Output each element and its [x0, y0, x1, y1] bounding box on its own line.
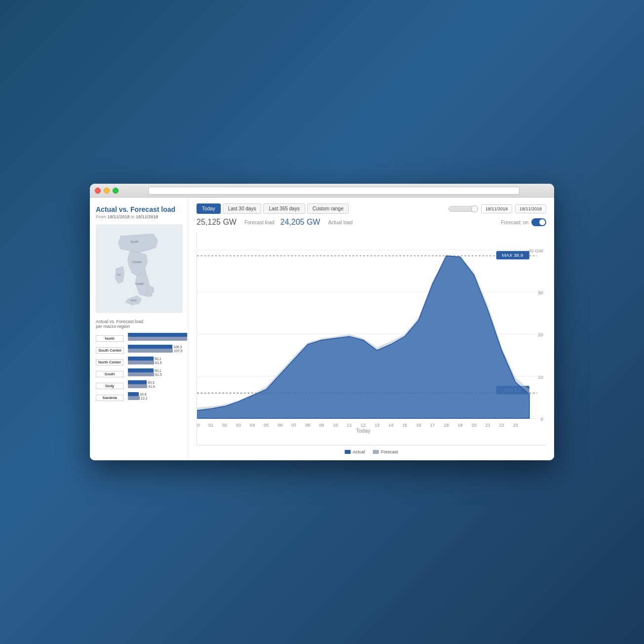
- actual-val-3: 60.1: [155, 369, 161, 372]
- toggle-thumb: [539, 219, 545, 225]
- minimize-button[interactable]: [104, 188, 110, 194]
- svg-text:40 GW: 40 GW: [528, 248, 544, 253]
- region-label-2: North Center: [96, 359, 123, 365]
- actual-val-2: 60.1: [155, 357, 161, 361]
- forecast-bar-5: [128, 396, 140, 400]
- legend-actual-dot: [345, 450, 351, 454]
- svg-text:06: 06: [278, 423, 282, 428]
- sidebar-title: Actual vs. Forecast load: [96, 205, 182, 213]
- slider-thumb[interactable]: [471, 205, 478, 212]
- sidebar: Actual vs. Forecast load From 18/11/2018…: [90, 198, 189, 460]
- svg-text:21: 21: [485, 423, 490, 428]
- region-bar-sardinia: Sardinia 20.8 22.1: [96, 392, 182, 401]
- actual-area: [197, 256, 529, 418]
- svg-text:19: 19: [458, 423, 463, 428]
- forecast-bar-row-4: 41.8: [128, 384, 182, 388]
- forecast-val-4: 41.8: [148, 385, 155, 388]
- range-slider[interactable]: [448, 206, 478, 212]
- actual-val-1: 106.3: [173, 345, 182, 349]
- forecast-bar-row-5: 22.1: [128, 396, 182, 400]
- legend-actual: Actual: [345, 449, 365, 454]
- svg-text:10: 10: [333, 423, 338, 428]
- content-area: Actual vs. Forecast load From 18/11/2018…: [90, 198, 554, 460]
- forecast-bar-row-1: 107.5: [128, 349, 183, 353]
- chart-legend: Actual Forecast: [197, 449, 546, 454]
- tab-buttons: TodayLast 30 daysLast 365 daysCustom ran…: [197, 203, 349, 214]
- close-button[interactable]: [95, 188, 101, 194]
- legend-forecast: Forecast: [373, 449, 398, 454]
- forecast-bar-1: [128, 349, 173, 353]
- actual-bar-4: [128, 380, 147, 384]
- actual-bar-row-5: 20.8: [128, 392, 182, 396]
- address-bar[interactable]: [148, 187, 520, 195]
- region-label-0: North: [96, 335, 123, 342]
- region-label-1: South Center: [96, 347, 124, 354]
- forecast-val-2: 61.5: [155, 361, 162, 364]
- actual-value: 24,205 GW: [281, 218, 321, 227]
- actual-bar-row-3: 60.1: [128, 368, 182, 372]
- forecast-bar-2: [128, 361, 154, 364]
- svg-text:11: 11: [347, 423, 352, 428]
- legend-forecast-dot: [373, 450, 379, 454]
- actual-val-5: 20.8: [140, 393, 147, 396]
- svg-text:20: 20: [538, 332, 543, 337]
- maximize-button[interactable]: [113, 188, 119, 194]
- svg-text:30: 30: [538, 290, 543, 295]
- svg-text:10: 10: [538, 374, 543, 380]
- tab-today[interactable]: Today: [197, 203, 221, 214]
- actual-bar-2: [128, 357, 154, 361]
- svg-text:13: 13: [374, 423, 379, 428]
- svg-text:23: 23: [513, 423, 518, 428]
- italy-map-svg: North Center South Sicily Sar.: [110, 227, 169, 311]
- svg-text:Center: Center: [132, 260, 142, 264]
- app-window: Actual vs. Forecast load From 18/11/2018…: [90, 184, 554, 460]
- svg-text:South: South: [135, 282, 144, 285]
- italy-map: North Center South Sicily Sar.: [96, 224, 183, 313]
- svg-text:18: 18: [444, 423, 449, 428]
- date-range-slider: 18/11/2018 18/11/2018: [351, 204, 546, 213]
- region-section-label: Actual vs. Forecast loadper macro-region: [96, 319, 182, 329]
- region-bar-north-center: North Center 60.1 61.5: [96, 357, 182, 365]
- date-end-box[interactable]: 18/11/2018: [515, 204, 546, 213]
- region-label-4: Sicily: [96, 383, 123, 389]
- svg-text:17: 17: [430, 423, 435, 428]
- forecast-bar-row-0: 352.9: [128, 337, 189, 341]
- actual-bar-row-4: 40.3: [128, 380, 182, 384]
- svg-text:04: 04: [250, 423, 255, 428]
- forecast-bar-row-3: 61.5: [128, 372, 182, 376]
- forecast-val-1: 107.5: [174, 349, 183, 353]
- actual-val-4: 40.3: [148, 381, 155, 384]
- svg-text:00: 00: [197, 423, 200, 428]
- legend-forecast-label: Forecast: [381, 449, 398, 454]
- forecast-val-3: 61.5: [155, 373, 162, 376]
- actual-label: Actual load: [328, 220, 352, 225]
- region-label-3: South: [96, 371, 123, 377]
- region-bar-sicily: Sicily 40.3 41.8: [96, 380, 182, 389]
- region-bar-south: South 60.1 61.5: [96, 368, 182, 377]
- max-badge-label: MAX 38.9: [502, 252, 523, 258]
- svg-text:08: 08: [305, 423, 310, 428]
- sidebar-date-range: From 18/11/2018 to 18/11/2018: [96, 214, 182, 219]
- x-axis-labels: 00 01 02 03 04 05 06 07 08 09 10 11 12 1…: [197, 423, 518, 428]
- tab-last-30-days[interactable]: Last 30 days: [223, 203, 262, 214]
- region-bar-south-center: South Center 106.3 107.5: [96, 345, 182, 354]
- actual-bar-1: [128, 345, 172, 349]
- svg-text:20: 20: [472, 423, 477, 428]
- svg-text:02: 02: [222, 423, 227, 428]
- forecast-toggle-container: Forecast: on: [501, 218, 546, 226]
- svg-text:0: 0: [540, 416, 543, 422]
- actual-bar-row-0: 352.9: [128, 333, 189, 337]
- svg-text:14: 14: [388, 423, 393, 428]
- svg-text:07: 07: [291, 423, 296, 428]
- traffic-lights: [95, 188, 119, 194]
- tab-custom-range[interactable]: Custom range: [307, 203, 349, 214]
- main-chart-svg: 40 GW 30 20 10 0: [197, 232, 546, 445]
- main-content: TodayLast 30 daysLast 365 daysCustom ran…: [189, 198, 554, 460]
- date-start-box[interactable]: 18/11/2018: [481, 204, 512, 213]
- actual-bar-row-2: 60.1: [128, 357, 182, 361]
- forecast-toggle[interactable]: [531, 218, 546, 226]
- svg-text:12: 12: [361, 423, 365, 428]
- toolbar: TodayLast 30 daysLast 365 daysCustom ran…: [197, 203, 546, 214]
- actual-bar-0: [128, 333, 187, 337]
- tab-last-365-days[interactable]: Last 365 days: [263, 203, 305, 214]
